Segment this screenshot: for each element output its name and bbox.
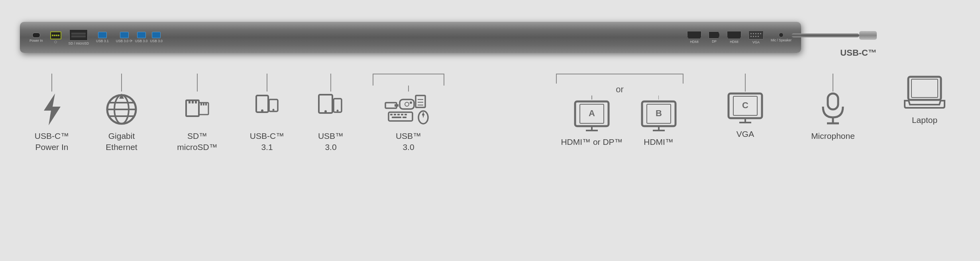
bracket-usb30 [373, 74, 444, 86]
port-col-vga: C VGA [705, 74, 785, 140]
svg-text:C: C [742, 100, 748, 110]
label-usbc31: USB-C™3.1 [250, 130, 284, 153]
label-ethernet: GigabitEthernet [106, 130, 137, 153]
line-ethernet [121, 74, 122, 92]
bottom-icons-section: USB-C™Power In GigabitEthernet [20, 74, 968, 153]
label-hdmi-dp: HDMI™ or DP™ [561, 136, 623, 148]
svg-rect-14 [205, 103, 207, 105]
devices-icon [385, 92, 432, 127]
hub-port-hdmi2: HDMI [727, 31, 741, 44]
usbc-cable-area [791, 31, 877, 40]
port-col-usbc-power: USB-C™Power In [20, 74, 84, 153]
line-vga [745, 74, 746, 92]
svg-rect-25 [400, 99, 414, 109]
svg-point-26 [405, 102, 409, 106]
svg-rect-33 [390, 114, 393, 115]
label-hdmi2: HDMI™ [644, 136, 674, 148]
line-hdmi2 [658, 95, 659, 99]
svg-rect-61 [828, 93, 838, 109]
svg-point-22 [337, 110, 339, 112]
port-col-hdmi-dp-group: or A HDMI™ or DP™ [534, 74, 705, 148]
svg-rect-9 [192, 100, 194, 103]
tablet-icon [253, 92, 281, 127]
svg-rect-34 [394, 114, 396, 115]
port-col-sd: SD™microSD™ [159, 74, 235, 153]
or-bracket: or [556, 74, 683, 84]
hub-port-usb30-1: USB 3.0 ⟳ [116, 32, 133, 43]
port-col-microphone: Microphone [785, 74, 881, 142]
main-container: Power In ⬡ [0, 0, 980, 261]
cable-wire [791, 33, 859, 37]
line-microphone [833, 74, 833, 92]
svg-rect-13 [203, 103, 204, 105]
hub-label-eth: ⬡ [54, 40, 57, 44]
or-label: or [613, 84, 627, 95]
port-col-hdmi2: B HDMI™ [639, 95, 679, 148]
hub-port-power: Power In [29, 33, 43, 43]
svg-rect-38 [392, 117, 401, 118]
svg-rect-36 [401, 114, 403, 115]
svg-rect-65 [911, 79, 938, 97]
port-col-laptop: Laptop [881, 74, 968, 126]
monitor-b-icon: B [639, 99, 679, 133]
hub-port-sd: SD / microSD [69, 29, 89, 45]
monitor-a-icon: A [572, 99, 612, 133]
line-usbc-power [51, 74, 52, 92]
laptop-icon [903, 74, 947, 111]
globe-icon [104, 92, 139, 127]
svg-text:A: A [589, 108, 595, 118]
tablet2-icon [317, 92, 345, 127]
hub-port-usb31: USB 3.1 [96, 32, 109, 43]
usbc-label: USB-C™ [840, 48, 877, 58]
port-col-usb30-multi: USB™3.0 [363, 74, 454, 153]
svg-rect-24 [395, 104, 399, 107]
svg-marker-0 [44, 93, 61, 125]
label-usb30-multi: USB™3.0 [396, 130, 421, 153]
label-microphone: Microphone [811, 130, 855, 142]
label-usb30-single: USB™3.0 [318, 130, 344, 153]
hub-label-dp: DP [712, 39, 717, 43]
hub-port-usb30-2: USB 3.0 [135, 32, 148, 43]
svg-point-20 [324, 110, 327, 113]
svg-rect-37 [405, 114, 407, 115]
hub-label-usb30-2: USB 3.0 [135, 39, 148, 43]
line-usbc31 [267, 74, 267, 92]
hub-bar: Power In ⬡ [20, 22, 801, 53]
label-sd: SD™microSD™ [177, 130, 218, 153]
hub-label-power: Power In [29, 39, 43, 43]
hub-label-usb30-3: USB 3.0 [150, 39, 163, 43]
port-col-usbc31: USB-C™3.1 [235, 74, 299, 153]
hub-label-vga: VGA [752, 40, 760, 44]
mic-icon [815, 92, 851, 127]
hub-label-usb31: USB 3.1 [96, 39, 109, 43]
svg-point-42 [422, 113, 424, 116]
hub-label-sd: SD / microSD [69, 41, 89, 45]
port-col-hdmi-dp: A HDMI™ or DP™ [561, 95, 623, 148]
svg-text:B: B [656, 108, 662, 118]
label-usbc-power: USB-C™Power In [35, 130, 69, 153]
svg-rect-39 [403, 117, 407, 118]
hub-illustration: Power In ⬡ [20, 8, 877, 68]
port-col-ethernet: GigabitEthernet [84, 74, 159, 153]
hub-label-hdmi2: HDMI [730, 40, 738, 44]
hub-port-vga: VGA [748, 31, 764, 44]
hub-port-eth: ⬡ [50, 31, 61, 44]
label-laptop: Laptop [912, 115, 937, 126]
hub-port-hdmi1: HDMI [687, 31, 701, 44]
line-hdmi-dp [591, 95, 592, 99]
svg-point-18 [273, 109, 275, 111]
lightning-icon [36, 92, 68, 127]
port-col-usb30-single: USB™3.0 [299, 74, 363, 153]
hub-label-hdmi1: HDMI [690, 40, 699, 44]
svg-point-16 [261, 109, 263, 112]
line-usb30-multi [408, 86, 409, 92]
svg-rect-12 [200, 103, 202, 105]
svg-rect-28 [416, 95, 425, 107]
svg-rect-10 [195, 100, 197, 103]
line-sd [197, 74, 198, 92]
hub-port-audio: Mic / Speaker [771, 33, 791, 42]
hub-label-audio: Mic / Speaker [771, 38, 791, 42]
svg-point-27 [410, 101, 412, 104]
svg-rect-35 [397, 114, 400, 115]
sdcard-icon [181, 92, 213, 127]
